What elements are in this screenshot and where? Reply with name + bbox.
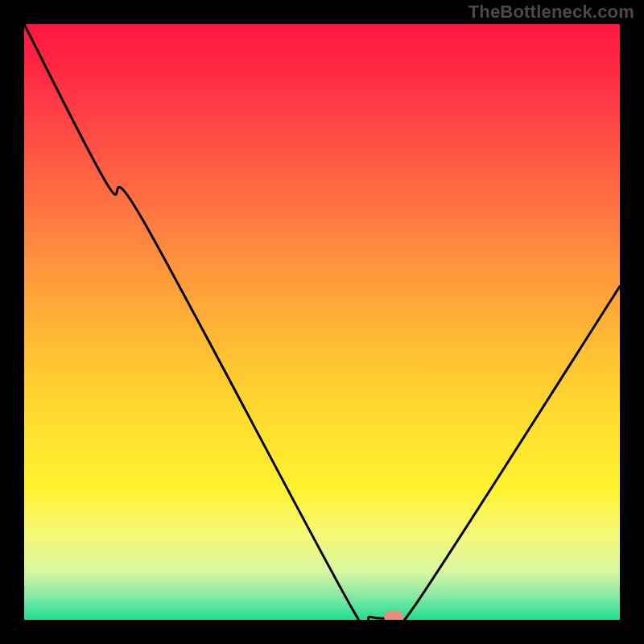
watermark-text: TheBottleneck.com: [469, 2, 634, 23]
optimal-marker: [384, 611, 403, 620]
plot-area: [24, 24, 620, 620]
bottleneck-curve: [24, 24, 620, 620]
chart-frame: TheBottleneck.com: [0, 0, 644, 644]
